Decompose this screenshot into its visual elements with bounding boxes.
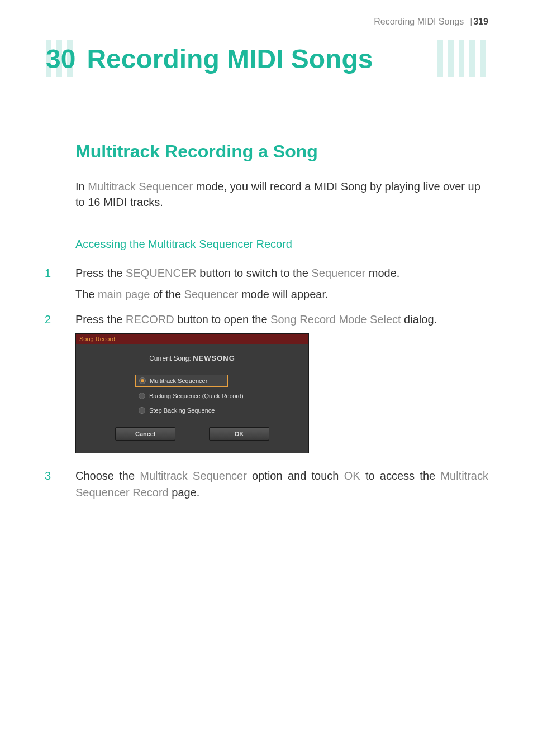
radio-label: Backing Sequence (Quick Record) <box>149 393 244 399</box>
page-header: Recording MIDI Songs |319 <box>45 17 488 27</box>
substep-text-part: of the <box>150 288 184 300</box>
radio-option-step[interactable]: Step Backing Sequence <box>135 405 303 416</box>
step-number: 3 <box>45 467 75 501</box>
substep-text-part: mode will appear. <box>238 288 328 300</box>
dialog-body: Current Song: NEWSONG Multitrack Sequenc… <box>76 344 308 453</box>
dialog-buttons: Cancel OK <box>82 427 303 447</box>
radio-option-backing[interactable]: Backing Sequence (Quick Record) <box>135 390 303 401</box>
chapter-number: 30 <box>46 44 75 74</box>
step-1: 1 Press the SEQUENCER button to switch t… <box>45 265 488 281</box>
substep-text-part: The <box>75 288 98 300</box>
step-text-part: button to open the <box>174 313 270 326</box>
step-text-part: Press the <box>75 267 126 279</box>
step-text: Press the SEQUENCER button to switch to … <box>75 265 488 281</box>
section-title: Multitrack Recording a Song <box>75 141 488 162</box>
song-record-dialog: Song Record Current Song: NEWSONG Multit… <box>75 333 309 453</box>
step-number: 2 <box>45 311 75 328</box>
radio-group: Multitrack Sequencer Backing Sequence (Q… <box>135 375 303 416</box>
radio-icon <box>139 377 146 384</box>
step-text-part: option and touch <box>247 470 344 482</box>
header-divider: | <box>468 17 473 26</box>
dialog-titlebar: Song Record <box>76 334 308 344</box>
step-text-emphasis: RECORD <box>126 313 174 326</box>
step-text: Choose the Multitrack Sequencer option a… <box>75 467 488 501</box>
step-1-sub: The main page of the Sequencer mode will… <box>75 286 488 303</box>
current-song-value: NEWSONG <box>193 354 235 362</box>
chapter-title-container: 30 Recording MIDI Songs <box>45 44 488 74</box>
step-number: 1 <box>45 265 75 281</box>
step-text-emphasis: Multitrack Sequencer <box>140 470 247 482</box>
step-text: Press the RECORD button to open the Song… <box>75 311 488 328</box>
step-text-part: dialog. <box>401 313 437 326</box>
chapter-title: Recording MIDI Songs <box>87 44 373 74</box>
radio-label: Multitrack Sequencer <box>150 377 207 384</box>
radio-option-multitrack[interactable]: Multitrack Sequencer <box>135 375 228 387</box>
header-breadcrumb: Recording MIDI Songs <box>374 17 464 26</box>
step-text-emphasis: SEQUENCER <box>126 267 197 279</box>
dialog-screenshot: Song Record Current Song: NEWSONG Multit… <box>75 333 488 453</box>
step-text-emphasis: Song Record Mode Select <box>270 313 401 326</box>
step-text-emphasis: OK <box>344 470 360 482</box>
radio-icon <box>139 393 145 399</box>
current-song-label-text: Current Song: <box>149 355 193 362</box>
step-text-part: mode. <box>365 267 399 279</box>
step-text-emphasis: Sequencer <box>311 267 365 279</box>
step-text-part: Choose the <box>75 470 140 482</box>
radio-label: Step Backing Sequence <box>149 407 215 414</box>
intro-text-emphasis: Multitrack Sequencer <box>88 180 193 193</box>
step-text-part: to access the <box>360 470 441 482</box>
step-text-part: page. <box>169 486 200 499</box>
subsection-title: Accessing the Multitrack Sequencer Recor… <box>75 238 488 251</box>
substep-text-emphasis: Sequencer <box>184 288 239 300</box>
substep-text-emphasis: main page <box>98 288 150 300</box>
step-2: 2 Press the RECORD button to open the So… <box>45 311 488 328</box>
intro-text-pre: In <box>75 180 88 193</box>
step-text-part: button to switch to the <box>197 267 312 279</box>
step-text-part: Press the <box>75 313 126 326</box>
step-3: 3 Choose the Multitrack Sequencer option… <box>45 467 488 501</box>
chapter-heading: 30 Recording MIDI Songs <box>45 44 488 74</box>
current-song-label: Current Song: NEWSONG <box>82 354 303 362</box>
ok-button[interactable]: OK <box>209 427 269 441</box>
section-intro: In Multitrack Sequencer mode, you will r… <box>75 179 488 210</box>
page-number: 319 <box>473 17 488 26</box>
radio-icon <box>139 407 145 414</box>
cancel-button[interactable]: Cancel <box>115 427 175 441</box>
